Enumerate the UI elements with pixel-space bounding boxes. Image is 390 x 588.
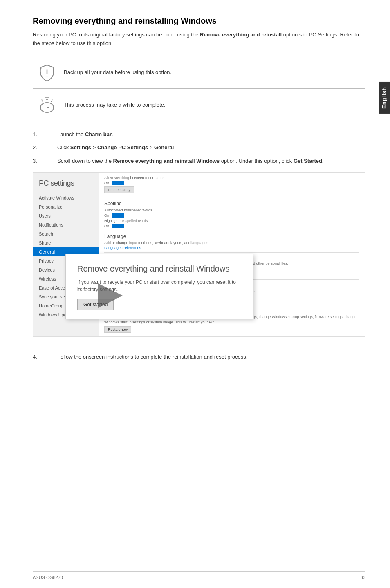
warning-text-2: This process may take a while to complet… [64,102,166,108]
step-1-text-after: . [112,131,113,137]
language-desc: Add or change input methods, keyboard la… [104,241,359,245]
warning-text-1: Back up all your data before using this … [64,69,171,75]
sidebar-item-share[interactable]: Share [33,238,99,247]
step-3-bold2: Get Started. [294,158,324,164]
divider-2 [104,231,359,231]
step-3-text-before: Scroll down to view the [57,158,113,164]
clock-icon [38,96,56,114]
autocorrect-value-row: On [104,213,359,218]
step-2-settings: Settings [70,144,91,150]
step-4: 4. Follow the onscreen instructions to c… [33,353,365,361]
highlight-label: Highlight misspelled words [104,219,148,223]
steps-section: 1. Launch the Charm bar. 2. Click Settin… [33,130,365,166]
sidebar-item-personalize[interactable]: Personalize [33,202,99,211]
spelling-title: Spelling [104,201,359,206]
svg-marker-3 [98,283,123,308]
autocorrect-label: Autocorrect misspelled words [104,208,152,212]
language-title: Language [104,233,359,239]
sidebar-item-search[interactable]: Search [33,229,99,238]
autocorrect-label-row: Autocorrect misspelled words [104,208,359,212]
step-3-number: 3. [33,157,57,166]
english-tab: English [379,82,390,114]
warning-icon-1 [37,62,57,83]
step-3-content: Scroll down to view the Remove everythin… [57,157,365,166]
remove-reinstall-popup: Remove everything and reinstall Windows … [65,254,253,319]
page-footer: ASUS CG8270 63 [33,571,365,580]
sidebar-item-activate-windows[interactable]: Activate Windows [33,193,99,202]
step-1-number: 1. [33,130,57,139]
step-2: 2. Click Settings > Change PC Settings >… [33,144,365,152]
step-2-general: General [154,144,174,150]
page-title: Removing everything and reinstalling Win… [33,16,365,26]
step-1-text-before: Launch the [57,131,85,137]
autocorrect-toggle[interactable] [112,213,124,218]
warning-icon-2 [37,95,57,115]
highlight-toggle[interactable] [112,224,124,228]
shield-warning-icon [38,63,56,81]
delete-history-row: Delete history [104,186,359,195]
restart-now-btn[interactable]: Restart now [104,326,131,333]
highlight-label-row: Highlight misspelled words [104,219,359,223]
switching-toggle[interactable] [112,181,124,185]
svg-point-0 [47,75,48,76]
step-4-section: 4. Follow the onscreen instructions to c… [33,353,365,361]
step-2-content: Click Settings > Change PC Settings > Ge… [57,144,365,152]
step-4-number: 4. [33,353,57,361]
svg-point-2 [46,99,48,100]
switching-value-row: On [104,181,359,185]
switching-value: On [104,181,109,185]
step-2-change-pc: Change PC Settings [97,144,148,150]
step-1-content: Launch the Charm bar. [57,130,365,139]
intro-bold: Remove everything and reinstall [200,31,282,38]
highlight-value-row: On [104,224,359,228]
footer-page-number: 63 [361,575,365,580]
step-3: 3. Scroll down to view the Remove everyt… [33,157,365,166]
highlight-value: On [104,224,109,228]
arrow-pointer [98,283,123,309]
page-container: English Removing everything and reinstal… [0,0,390,588]
arrow-svg [98,283,123,308]
intro-text-before: Restoring your PC to its original factor… [33,31,200,38]
warning-box-1: Back up all your data before using this … [33,56,365,89]
footer-brand: ASUS CG8270 [33,575,63,580]
delete-history-btn[interactable]: Delete history [104,186,134,193]
step-1-bold: Charm bar [85,131,112,137]
step-4-content: Follow the onscreen instructions to comp… [57,353,365,361]
step-2-number: 2. [33,144,57,152]
divider-1 [104,198,359,198]
sidebar-item-notifications[interactable]: Notifications [33,220,99,229]
autocorrect-value: On [104,213,109,218]
divider-3 [104,252,359,253]
step-3-bold: Remove everything and reinstall Windows [113,158,220,164]
step-3-text-after: option. Under this option, click [220,158,294,164]
language-link[interactable]: Language preferences [104,246,359,250]
warning-box-2: This process may take a while to complet… [33,89,365,121]
switching-label: Allow switching between recent apps [104,176,164,180]
switching-row: Allow switching between recent apps [104,176,359,180]
screenshot-area: PC settings Activate Windows Personalize… [33,172,365,337]
sidebar-item-users[interactable]: Users [33,211,99,220]
step-1: 1. Launch the Charm bar. [33,130,365,139]
pc-settings-title: PC settings [33,177,99,193]
popup-title: Remove everything and reinstall Windows [77,264,242,274]
intro-paragraph: Restoring your PC to its original factor… [33,31,365,48]
step-2-text-before: Click [57,144,70,150]
